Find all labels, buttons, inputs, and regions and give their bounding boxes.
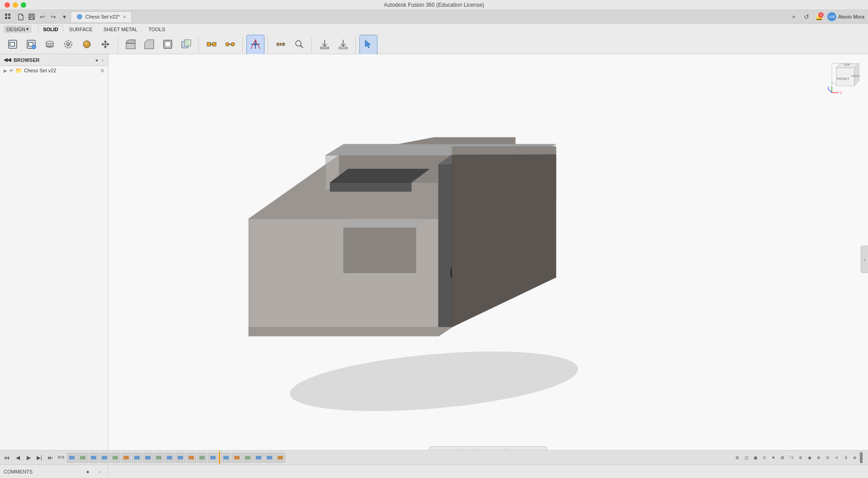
timeline-item-14[interactable] bbox=[208, 453, 218, 463]
timeline-tool-3[interactable]: ▣ bbox=[751, 454, 760, 462]
move-button[interactable] bbox=[96, 35, 114, 55]
timeline-end-marker[interactable] bbox=[860, 452, 863, 463]
save-icon[interactable] bbox=[27, 12, 36, 21]
timeline-next-button[interactable]: ▶| bbox=[34, 453, 44, 463]
timeline-play-button[interactable]: ▶ bbox=[24, 453, 33, 463]
undo-history-icon[interactable]: ▾ bbox=[60, 12, 69, 21]
file-icon[interactable] bbox=[16, 12, 25, 21]
svg-point-7 bbox=[77, 14, 82, 19]
timeline-prev-button[interactable]: ◀ bbox=[13, 453, 23, 463]
tab-chess-set[interactable]: Chess Set v22* ✕ bbox=[71, 11, 132, 22]
new-tab-button[interactable]: + bbox=[789, 12, 798, 21]
extrude-button[interactable] bbox=[41, 35, 59, 55]
timeline-item-9[interactable] bbox=[154, 453, 164, 463]
insert-button[interactable] bbox=[316, 35, 334, 55]
group-create: + bbox=[4, 35, 121, 55]
redo-icon[interactable]: ↪ bbox=[49, 12, 58, 21]
chamfer-button[interactable] bbox=[140, 35, 158, 55]
svg-rect-122 bbox=[256, 456, 261, 459]
design-dropdown[interactable]: DESIGN ▾ bbox=[4, 25, 32, 33]
motion-link-button[interactable] bbox=[221, 35, 239, 55]
timeline-tool-10[interactable]: ⊗ bbox=[815, 454, 823, 462]
maximize-button[interactable] bbox=[21, 2, 26, 8]
timeline-item-6[interactable] bbox=[121, 453, 131, 463]
timeline-item-2[interactable] bbox=[78, 453, 88, 463]
minimize-button[interactable] bbox=[13, 2, 18, 8]
sidebar-expand[interactable]: › bbox=[101, 57, 104, 63]
comments-toggle-button[interactable]: ● bbox=[83, 467, 93, 477]
timeline-item-19[interactable] bbox=[264, 453, 274, 463]
timeline-tool-13[interactable]: ⊻ bbox=[842, 454, 850, 462]
tab-close-icon[interactable]: ✕ bbox=[123, 14, 126, 19]
timeline-tool-8[interactable]: ⊕ bbox=[797, 454, 805, 462]
timeline-item-1[interactable] bbox=[67, 453, 77, 463]
timeline-tool-4[interactable]: ⊙ bbox=[760, 454, 769, 462]
timeline-tool-14[interactable]: ⊕ bbox=[851, 454, 859, 462]
sidebar-title: ◀◀ BROWSER bbox=[4, 57, 39, 63]
timeline-tool-1[interactable]: ⊞ bbox=[733, 454, 741, 462]
tree-item-root[interactable]: ▶ 👁 📁 Chess Set v22 ⚙ bbox=[0, 66, 108, 75]
undo-icon[interactable]: ↩ bbox=[38, 12, 47, 21]
timeline-tool-9[interactable]: ◉ bbox=[806, 454, 814, 462]
timeline-position-marker[interactable] bbox=[219, 451, 220, 464]
timeline-item-17[interactable] bbox=[243, 453, 253, 463]
timeline-item-3[interactable] bbox=[89, 453, 99, 463]
svg-rect-108 bbox=[102, 456, 107, 459]
timeline-item-4[interactable] bbox=[99, 453, 109, 463]
timeline-item-10[interactable] bbox=[165, 453, 175, 463]
timeline-tool-2[interactable]: ◫ bbox=[742, 454, 750, 462]
sidebar-collapse-icon[interactable]: ◀◀ bbox=[4, 57, 11, 63]
close-button[interactable] bbox=[5, 2, 10, 8]
timeline-item-20[interactable] bbox=[275, 453, 285, 463]
timeline-first-button[interactable]: ⏮ bbox=[2, 453, 12, 463]
create-sketch-button[interactable]: + bbox=[22, 35, 40, 55]
group-construct: CONSTRUCT ▾ bbox=[246, 35, 271, 55]
right-panel-toggle[interactable]: › bbox=[861, 246, 868, 273]
timeline-tool-12[interactable]: ≡ bbox=[833, 454, 841, 462]
comments-expand-button[interactable]: › bbox=[94, 467, 104, 477]
combine-button[interactable] bbox=[177, 35, 195, 55]
new-component-button[interactable] bbox=[4, 35, 22, 55]
notification-button[interactable]: 🔔 1 bbox=[815, 12, 824, 21]
tab-sheet-metal[interactable]: SHEET METAL bbox=[99, 25, 142, 33]
timeline-tool-7[interactable]: ❍ bbox=[788, 454, 796, 462]
timeline-item-16[interactable] bbox=[232, 453, 242, 463]
sidebar-toggle-visibility[interactable]: ● bbox=[94, 57, 99, 63]
sphere-button[interactable] bbox=[78, 35, 96, 55]
timeline-item-5[interactable] bbox=[110, 453, 120, 463]
timeline-tool-6[interactable]: ⊠ bbox=[778, 454, 787, 462]
timeline-item-11[interactable] bbox=[175, 453, 185, 463]
timeline-last-button[interactable]: ⏭ bbox=[45, 453, 55, 463]
toolbar-tabs: DESIGN ▾ SOLID SURFACE SHEET METAL TOOLS bbox=[0, 23, 868, 33]
revolve-button[interactable] bbox=[59, 35, 77, 55]
insert2-button[interactable] bbox=[334, 35, 352, 55]
shell-button[interactable] bbox=[159, 35, 177, 55]
inspect-button[interactable] bbox=[290, 35, 308, 55]
measure-button[interactable] bbox=[272, 35, 290, 55]
view-cube[interactable]: FRONT RIGHT TOP X Y Z bbox=[827, 59, 863, 95]
construct-button[interactable] bbox=[246, 35, 264, 55]
timeline-item-15[interactable] bbox=[221, 453, 231, 463]
app-grid-icon[interactable] bbox=[4, 12, 13, 21]
timeline-item-13[interactable] bbox=[197, 453, 207, 463]
select-button[interactable] bbox=[359, 35, 377, 55]
comments-section: COMMENTS ● › bbox=[0, 465, 108, 478]
timeline-item-18[interactable] bbox=[254, 453, 264, 463]
tab-tools[interactable]: TOOLS bbox=[143, 25, 170, 33]
timeline-item-7[interactable] bbox=[132, 453, 142, 463]
fillet-button[interactable] bbox=[122, 35, 140, 55]
tab-surface[interactable]: SURFACE bbox=[64, 25, 98, 33]
timeline-actions-button[interactable] bbox=[56, 453, 66, 463]
joint-button[interactable] bbox=[203, 35, 221, 55]
timeline-tool-5[interactable]: ✷ bbox=[769, 454, 778, 462]
timeline-item-12[interactable] bbox=[186, 453, 196, 463]
svg-rect-107 bbox=[91, 456, 96, 459]
tab-solid[interactable]: SOLID bbox=[38, 25, 63, 33]
svg-line-39 bbox=[300, 45, 303, 48]
timeline-item-8[interactable] bbox=[143, 453, 153, 463]
timeline-tool-11[interactable]: ⊘ bbox=[824, 454, 832, 462]
refresh-button[interactable]: ↺ bbox=[802, 12, 811, 21]
svg-rect-104 bbox=[62, 456, 64, 458]
timeline: ⏮ ◀ ▶ ▶| ⏭ bbox=[0, 450, 868, 464]
viewport[interactable]: FRONT RIGHT TOP X Y Z bbox=[108, 54, 868, 464]
